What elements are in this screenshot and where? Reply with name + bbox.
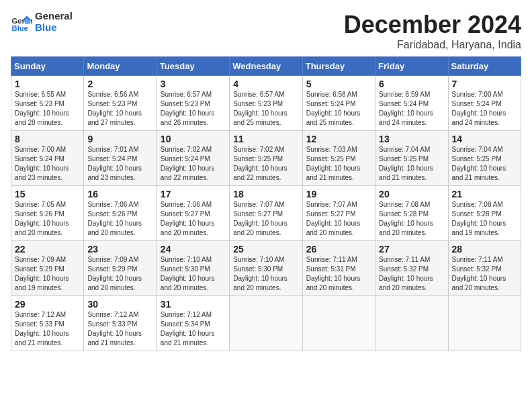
header-sunday: Sunday: [11, 57, 84, 76]
day-info: Sunrise: 6:57 AM Sunset: 5:23 PM Dayligh…: [161, 90, 226, 128]
day-number: 3: [161, 79, 226, 89]
month-title: December 2024: [344, 11, 521, 39]
table-row: [302, 296, 375, 351]
day-info: Sunrise: 6:58 AM Sunset: 5:24 PM Dayligh…: [306, 90, 371, 128]
table-row: 16 Sunrise: 7:06 AM Sunset: 5:26 PM Dayl…: [84, 186, 157, 241]
day-number: 10: [161, 134, 226, 144]
day-number: 19: [306, 189, 371, 199]
table-row: 23 Sunrise: 7:09 AM Sunset: 5:29 PM Dayl…: [84, 241, 157, 296]
day-info: Sunrise: 6:57 AM Sunset: 5:23 PM Dayligh…: [233, 90, 298, 128]
table-row: 17 Sunrise: 7:06 AM Sunset: 5:27 PM Dayl…: [157, 186, 229, 241]
header-monday: Monday: [84, 57, 157, 76]
calendar-row: 29 Sunrise: 7:12 AM Sunset: 5:33 PM Dayl…: [11, 296, 521, 351]
day-info: Sunrise: 7:05 AM Sunset: 5:26 PM Dayligh…: [15, 200, 80, 238]
table-row: 30 Sunrise: 7:12 AM Sunset: 5:33 PM Dayl…: [84, 296, 157, 351]
header-friday: Friday: [375, 57, 448, 76]
table-row: [375, 296, 448, 351]
day-info: Sunrise: 7:02 AM Sunset: 5:24 PM Dayligh…: [161, 145, 226, 183]
day-number: 6: [379, 79, 444, 89]
table-row: [230, 296, 302, 351]
table-row: 14 Sunrise: 7:04 AM Sunset: 5:25 PM Dayl…: [448, 131, 521, 186]
day-header-row: Sunday Monday Tuesday Wednesday Thursday…: [11, 57, 521, 76]
logo: General Blue General Blue: [11, 11, 73, 33]
header-saturday: Saturday: [448, 57, 521, 76]
table-row: 5 Sunrise: 6:58 AM Sunset: 5:24 PM Dayli…: [302, 76, 375, 131]
day-info: Sunrise: 7:08 AM Sunset: 5:28 PM Dayligh…: [379, 200, 444, 238]
day-number: 29: [15, 299, 80, 310]
header-thursday: Thursday: [302, 57, 375, 76]
day-info: Sunrise: 7:03 AM Sunset: 5:25 PM Dayligh…: [306, 145, 371, 183]
table-row: 4 Sunrise: 6:57 AM Sunset: 5:23 PM Dayli…: [230, 76, 302, 131]
svg-text:Blue: Blue: [12, 24, 28, 32]
day-number: 27: [379, 244, 444, 255]
table-row: 28 Sunrise: 7:11 AM Sunset: 5:32 PM Dayl…: [448, 241, 521, 296]
day-number: 25: [233, 244, 298, 255]
table-row: 19 Sunrise: 7:07 AM Sunset: 5:27 PM Dayl…: [302, 186, 375, 241]
day-number: 23: [87, 244, 152, 255]
header: General Blue General Blue December 2024 …: [11, 11, 521, 51]
table-row: 11 Sunrise: 7:02 AM Sunset: 5:25 PM Dayl…: [230, 131, 302, 186]
table-row: 13 Sunrise: 7:04 AM Sunset: 5:25 PM Dayl…: [375, 131, 448, 186]
day-info: Sunrise: 7:01 AM Sunset: 5:24 PM Dayligh…: [87, 145, 152, 183]
day-info: Sunrise: 7:07 AM Sunset: 5:27 PM Dayligh…: [233, 200, 298, 238]
table-row: 26 Sunrise: 7:11 AM Sunset: 5:31 PM Dayl…: [302, 241, 375, 296]
calendar-table: Sunday Monday Tuesday Wednesday Thursday…: [11, 56, 521, 351]
day-info: Sunrise: 7:10 AM Sunset: 5:30 PM Dayligh…: [233, 255, 298, 293]
location-title: Faridabad, Haryana, India: [344, 39, 521, 51]
day-number: 1: [15, 79, 80, 89]
day-number: 9: [87, 134, 152, 144]
day-info: Sunrise: 7:08 AM Sunset: 5:28 PM Dayligh…: [452, 200, 517, 238]
header-tuesday: Tuesday: [157, 57, 229, 76]
day-number: 21: [452, 189, 517, 199]
table-row: 3 Sunrise: 6:57 AM Sunset: 5:23 PM Dayli…: [157, 76, 229, 131]
table-row: 12 Sunrise: 7:03 AM Sunset: 5:25 PM Dayl…: [302, 131, 375, 186]
table-row: 20 Sunrise: 7:08 AM Sunset: 5:28 PM Dayl…: [375, 186, 448, 241]
day-info: Sunrise: 7:09 AM Sunset: 5:29 PM Dayligh…: [15, 255, 80, 293]
day-number: 22: [15, 244, 80, 255]
day-info: Sunrise: 7:04 AM Sunset: 5:25 PM Dayligh…: [452, 145, 517, 183]
day-info: Sunrise: 7:04 AM Sunset: 5:25 PM Dayligh…: [379, 145, 444, 183]
table-row: 22 Sunrise: 7:09 AM Sunset: 5:29 PM Dayl…: [11, 241, 84, 296]
day-number: 8: [15, 134, 80, 144]
table-row: 24 Sunrise: 7:10 AM Sunset: 5:30 PM Dayl…: [157, 241, 229, 296]
day-info: Sunrise: 7:11 AM Sunset: 5:32 PM Dayligh…: [379, 255, 444, 293]
logo-text: General Blue: [35, 11, 73, 33]
day-info: Sunrise: 6:56 AM Sunset: 5:23 PM Dayligh…: [87, 90, 152, 128]
day-info: Sunrise: 6:55 AM Sunset: 5:23 PM Dayligh…: [15, 90, 80, 128]
day-info: Sunrise: 6:59 AM Sunset: 5:24 PM Dayligh…: [379, 90, 444, 128]
day-number: 17: [161, 189, 226, 199]
table-row: 2 Sunrise: 6:56 AM Sunset: 5:23 PM Dayli…: [84, 76, 157, 131]
day-number: 7: [452, 79, 517, 89]
day-info: Sunrise: 7:12 AM Sunset: 5:33 PM Dayligh…: [15, 310, 80, 348]
table-row: 25 Sunrise: 7:10 AM Sunset: 5:30 PM Dayl…: [230, 241, 302, 296]
day-number: 20: [379, 189, 444, 199]
header-wednesday: Wednesday: [230, 57, 302, 76]
table-row: 15 Sunrise: 7:05 AM Sunset: 5:26 PM Dayl…: [11, 186, 84, 241]
day-number: 31: [161, 299, 226, 310]
table-row: 1 Sunrise: 6:55 AM Sunset: 5:23 PM Dayli…: [11, 76, 84, 131]
calendar-row: 15 Sunrise: 7:05 AM Sunset: 5:26 PM Dayl…: [11, 186, 521, 241]
table-row: 9 Sunrise: 7:01 AM Sunset: 5:24 PM Dayli…: [84, 131, 157, 186]
day-number: 14: [452, 134, 517, 144]
day-number: 12: [306, 134, 371, 144]
day-number: 13: [379, 134, 444, 144]
day-number: 28: [452, 244, 517, 255]
day-number: 30: [87, 299, 152, 310]
day-number: 18: [233, 189, 298, 199]
day-number: 15: [15, 189, 80, 199]
day-info: Sunrise: 7:12 AM Sunset: 5:33 PM Dayligh…: [87, 310, 152, 348]
table-row: 8 Sunrise: 7:00 AM Sunset: 5:24 PM Dayli…: [11, 131, 84, 186]
day-info: Sunrise: 7:00 AM Sunset: 5:24 PM Dayligh…: [452, 90, 517, 128]
day-info: Sunrise: 7:07 AM Sunset: 5:27 PM Dayligh…: [306, 200, 371, 238]
day-info: Sunrise: 7:10 AM Sunset: 5:30 PM Dayligh…: [161, 255, 226, 293]
calendar-row: 1 Sunrise: 6:55 AM Sunset: 5:23 PM Dayli…: [11, 76, 521, 131]
table-row: [448, 296, 521, 351]
table-row: 27 Sunrise: 7:11 AM Sunset: 5:32 PM Dayl…: [375, 241, 448, 296]
day-info: Sunrise: 7:06 AM Sunset: 5:26 PM Dayligh…: [87, 200, 152, 238]
day-info: Sunrise: 7:11 AM Sunset: 5:32 PM Dayligh…: [452, 255, 517, 293]
calendar-row: 22 Sunrise: 7:09 AM Sunset: 5:29 PM Dayl…: [11, 241, 521, 296]
calendar-row: 8 Sunrise: 7:00 AM Sunset: 5:24 PM Dayli…: [11, 131, 521, 186]
table-row: 10 Sunrise: 7:02 AM Sunset: 5:24 PM Dayl…: [157, 131, 229, 186]
logo-icon: General Blue: [11, 11, 32, 33]
day-info: Sunrise: 7:06 AM Sunset: 5:27 PM Dayligh…: [161, 200, 226, 238]
